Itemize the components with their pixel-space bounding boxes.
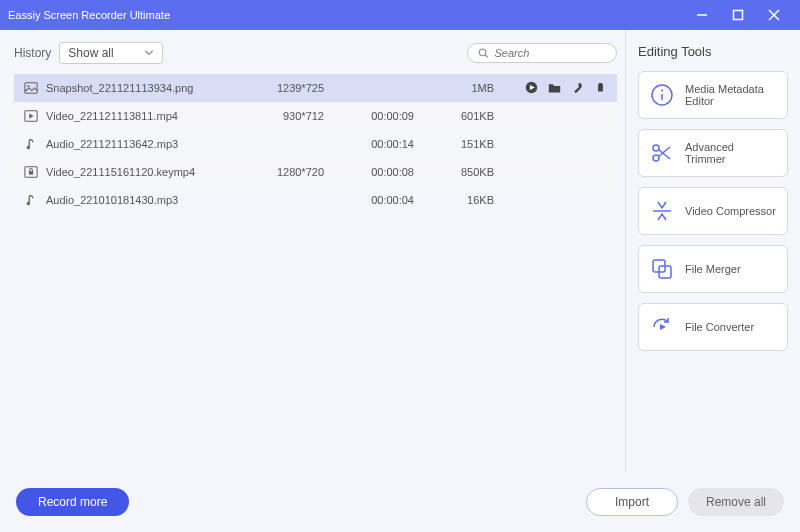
- file-list: Snapshot_221121113934.png 1239*725 1MB V…: [14, 74, 617, 472]
- video-icon: [18, 109, 44, 123]
- tool-merge[interactable]: File Merger: [638, 245, 788, 293]
- tool-label: File Merger: [685, 263, 741, 275]
- folder-icon[interactable]: [548, 81, 561, 96]
- file-size: 850KB: [414, 166, 494, 178]
- tool-info[interactable]: Media Metadata Editor: [638, 71, 788, 119]
- history-filter-dropdown[interactable]: Show all: [59, 42, 162, 64]
- chevron-down-icon: [144, 50, 154, 56]
- file-resolution: 1239*725: [244, 82, 324, 94]
- scissors-icon: [649, 140, 675, 166]
- tool-convert[interactable]: File Converter: [638, 303, 788, 351]
- sidebar: Editing Tools Media Metadata EditorAdvan…: [625, 30, 800, 472]
- svg-point-4: [479, 49, 486, 56]
- minimize-button[interactable]: [684, 0, 720, 30]
- locked-icon: [18, 165, 44, 179]
- toolbar: History Show all: [14, 42, 617, 64]
- search-input[interactable]: [494, 47, 606, 59]
- info-icon: [649, 82, 675, 108]
- file-resolution: 930*712: [244, 110, 324, 122]
- file-name: Audio_221121113642.mp3: [44, 138, 244, 150]
- file-name: Video_221115161120.keymp4: [44, 166, 244, 178]
- svg-line-5: [485, 55, 488, 58]
- svg-point-20: [661, 90, 663, 92]
- svg-rect-16: [29, 171, 33, 175]
- svg-point-17: [27, 202, 31, 206]
- file-size: 601KB: [414, 110, 494, 122]
- play-icon[interactable]: [525, 81, 538, 96]
- sidebar-title: Editing Tools: [638, 44, 788, 59]
- record-more-button[interactable]: Record more: [16, 488, 129, 516]
- svg-rect-1: [734, 11, 743, 20]
- content: History Show all Snapshot_221121113934.p…: [0, 30, 800, 472]
- titlebar: Eassiy Screen Recorder Ultimate: [0, 0, 800, 30]
- file-name: Audio_221010181430.mp3: [44, 194, 244, 206]
- tool-label: Advanced Trimmer: [685, 141, 777, 165]
- wrench-icon[interactable]: [571, 81, 584, 96]
- file-row[interactable]: Snapshot_221121113934.png 1239*725 1MB: [14, 74, 617, 102]
- file-row[interactable]: Audio_221010181430.mp3 00:00:04 16KB: [14, 186, 617, 214]
- file-duration: 00:00:08: [324, 166, 414, 178]
- tool-compress[interactable]: Video Compressor: [638, 187, 788, 235]
- svg-point-7: [27, 85, 29, 87]
- footer: Record more Import Remove all: [0, 472, 800, 532]
- file-size: 16KB: [414, 194, 494, 206]
- file-row[interactable]: Audio_221121113642.mp3 00:00:14 151KB: [14, 130, 617, 158]
- svg-marker-13: [29, 113, 33, 118]
- main-panel: History Show all Snapshot_221121113934.p…: [0, 30, 625, 472]
- search-icon: [478, 47, 488, 59]
- tool-scissors[interactable]: Advanced Trimmer: [638, 129, 788, 177]
- maximize-button[interactable]: [720, 0, 756, 30]
- svg-marker-28: [660, 324, 666, 330]
- file-size: 1MB: [414, 82, 494, 94]
- file-resolution: 1280*720: [244, 166, 324, 178]
- file-row[interactable]: Video_221121113811.mp4 930*712 00:00:09 …: [14, 102, 617, 130]
- tool-label: Video Compressor: [685, 205, 776, 217]
- audio-icon: [18, 137, 44, 151]
- image-icon: [18, 81, 44, 95]
- file-duration: 00:00:14: [324, 138, 414, 150]
- file-name: Video_221121113811.mp4: [44, 110, 244, 122]
- file-duration: 00:00:04: [324, 194, 414, 206]
- merge-icon: [649, 256, 675, 282]
- search-box[interactable]: [467, 43, 617, 63]
- file-row[interactable]: Video_221115161120.keymp4 1280*720 00:00…: [14, 158, 617, 186]
- row-actions: [494, 81, 613, 96]
- trash-icon[interactable]: [594, 81, 607, 96]
- import-button[interactable]: Import: [586, 488, 678, 516]
- file-name: Snapshot_221121113934.png: [44, 82, 244, 94]
- history-label: History: [14, 46, 51, 60]
- window-controls: [684, 0, 792, 30]
- app-title: Eassiy Screen Recorder Ultimate: [8, 9, 684, 21]
- dropdown-value: Show all: [68, 46, 113, 60]
- close-button[interactable]: [756, 0, 792, 30]
- convert-icon: [649, 314, 675, 340]
- tool-label: File Converter: [685, 321, 754, 333]
- svg-rect-6: [25, 83, 37, 94]
- tool-label: Media Metadata Editor: [685, 83, 777, 107]
- file-duration: 00:00:09: [324, 110, 414, 122]
- file-size: 151KB: [414, 138, 494, 150]
- remove-all-button[interactable]: Remove all: [688, 488, 784, 516]
- svg-point-14: [27, 146, 31, 150]
- compress-icon: [649, 198, 675, 224]
- audio-icon: [18, 193, 44, 207]
